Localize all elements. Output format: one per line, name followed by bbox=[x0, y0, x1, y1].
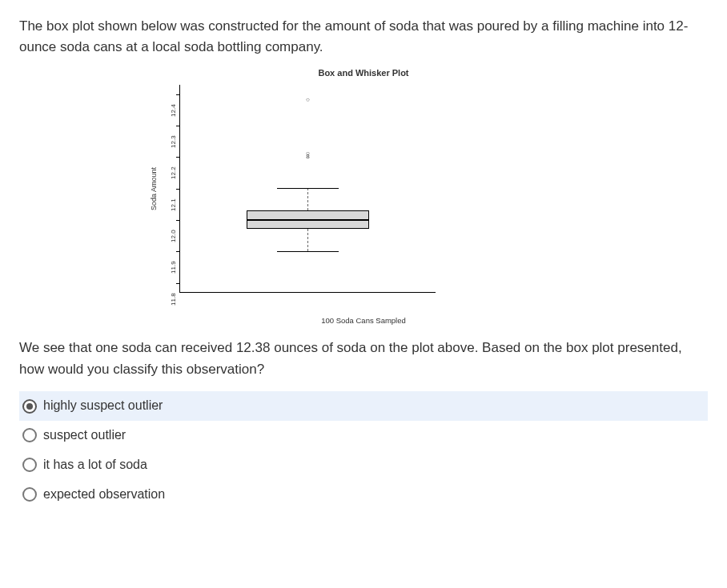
whisker-line bbox=[307, 188, 308, 210]
answer-option[interactable]: suspect outlier bbox=[19, 421, 708, 450]
y-tick-label: 12.3 bbox=[170, 135, 179, 148]
option-label: highly suspect outlier bbox=[43, 396, 163, 416]
question-intro: The box plot shown below was constructed… bbox=[19, 16, 708, 58]
plot-area: 8○○ bbox=[179, 85, 436, 293]
radio-dot bbox=[26, 403, 33, 410]
whisker-cap bbox=[277, 188, 339, 189]
y-tick-label: 11.8 bbox=[170, 293, 179, 306]
boxplot-chart: Box and Whisker Plot Soda Amount 11.811.… bbox=[147, 66, 580, 327]
option-label: suspect outlier bbox=[43, 426, 126, 446]
y-tick-label: 11.9 bbox=[170, 262, 179, 274]
x-axis-label: 100 Soda Cans Sampled bbox=[147, 315, 580, 327]
whisker-cap bbox=[277, 251, 339, 252]
y-tick-label: 12.4 bbox=[170, 104, 179, 117]
outlier-point: ○ bbox=[306, 97, 310, 103]
radio-button[interactable] bbox=[22, 458, 37, 472]
question-prompt: We see that one soda can received 12.38 … bbox=[19, 338, 708, 380]
answer-option[interactable]: it has a lot of soda bbox=[19, 450, 708, 480]
radio-button[interactable] bbox=[22, 487, 37, 502]
answer-option[interactable]: expected observation bbox=[19, 480, 708, 510]
y-tick-label: 12.1 bbox=[170, 198, 179, 211]
plot-inner: 8○○ bbox=[180, 88, 436, 289]
outlier-point: ○ bbox=[306, 150, 310, 157]
median-line bbox=[247, 219, 369, 221]
answer-option[interactable]: highly suspect outlier bbox=[19, 391, 708, 421]
chart-title: Box and Whisker Plot bbox=[147, 66, 580, 80]
radio-button[interactable] bbox=[22, 399, 37, 414]
y-axis-ticks: 11.811.912.012.112.212.312.4 bbox=[162, 85, 179, 293]
radio-button[interactable] bbox=[22, 428, 37, 442]
answer-options: highly suspect outliersuspect outlierit … bbox=[19, 391, 708, 509]
whisker-line bbox=[307, 229, 308, 250]
y-axis-label: Soda Amount bbox=[147, 85, 162, 293]
option-label: it has a lot of soda bbox=[43, 455, 147, 475]
y-tick-label: 12.2 bbox=[170, 167, 179, 180]
option-label: expected observation bbox=[43, 485, 165, 505]
y-tick-label: 12.0 bbox=[170, 230, 179, 243]
